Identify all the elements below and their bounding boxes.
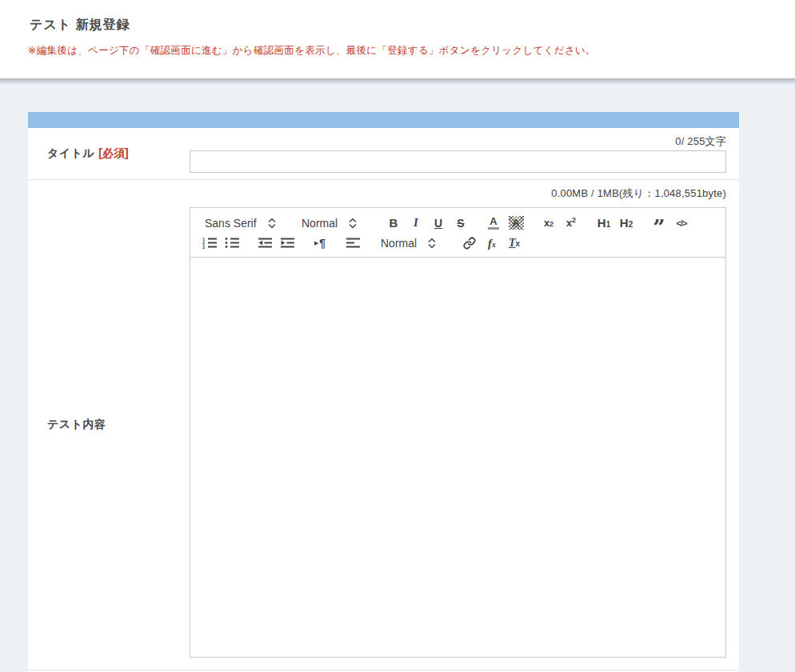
- blockquote-button[interactable]: ”: [648, 214, 670, 233]
- link-button[interactable]: [458, 234, 481, 253]
- title-input-cell: 0/ 255文字: [190, 128, 739, 179]
- content-size-counter: 0.00MB / 1MB(残り：1,048,551byte): [190, 186, 726, 201]
- edit-instruction-note: ※編集後は、ページ下の「確認画面に進む」から確認画面を表示し、最後に「登録する」…: [28, 44, 596, 58]
- code-block-icon: </>: [677, 218, 687, 228]
- font-group: Sans Serif: [198, 214, 285, 233]
- underline-icon: U: [434, 217, 442, 230]
- header2-icon: H2: [620, 217, 633, 229]
- font-family-picker[interactable]: Sans Serif: [198, 214, 285, 233]
- formula-icon: fx: [488, 238, 496, 249]
- text-direction-icon: ▶¶: [314, 237, 326, 250]
- header1-icon: H1: [597, 217, 610, 229]
- header-group: Normal: [295, 214, 372, 233]
- color-group: A A: [482, 214, 527, 233]
- subscript-icon: x2: [544, 218, 553, 228]
- indent-button[interactable]: [276, 234, 298, 253]
- formula-button[interactable]: fx: [481, 234, 503, 253]
- underline-button[interactable]: U: [427, 214, 449, 233]
- required-badge: [必須]: [98, 146, 128, 161]
- heading-group: H1 H2: [593, 214, 637, 233]
- line-height-picker-value: Normal: [381, 237, 417, 250]
- strikethrough-icon: S: [457, 217, 464, 230]
- direction-group: ▶¶: [309, 234, 331, 253]
- text-direction-button[interactable]: ▶¶: [309, 234, 331, 253]
- blockquote-icon: ”: [653, 215, 665, 231]
- font-family-picker-value: Sans Serif: [205, 217, 257, 230]
- lineheight-group: Normal: [374, 234, 448, 253]
- form-row-title: タイトル [必須] 0/ 255文字: [28, 128, 739, 180]
- bold-button[interactable]: B: [382, 214, 405, 233]
- toolbar-row-1: Sans Serif Normal: [198, 213, 719, 233]
- updown-chevron-icon: [428, 238, 436, 249]
- content-editor-cell: 0.00MB / 1MB(残り：1,048,551byte) Sans Seri…: [190, 180, 739, 670]
- rich-text-editor: Sans Serif Normal: [190, 207, 726, 658]
- superscript-button[interactable]: x2: [560, 214, 582, 233]
- insert-group: fx Tx: [458, 234, 525, 253]
- indent-group: [254, 234, 298, 253]
- italic-button[interactable]: I: [405, 214, 427, 233]
- indent-icon: [280, 237, 295, 249]
- block-group: ” </>: [648, 214, 693, 233]
- page-title: テスト 新規登録: [30, 17, 130, 34]
- list-group: 1 2 3: [198, 234, 243, 253]
- strikethrough-button[interactable]: S: [449, 214, 472, 233]
- content-label-cell: テスト内容: [28, 180, 190, 670]
- superscript-icon: x2: [566, 218, 576, 228]
- updown-chevron-icon: [268, 218, 276, 229]
- subscript-button[interactable]: x2: [537, 214, 560, 233]
- header-format-picker[interactable]: Normal: [295, 214, 372, 233]
- align-left-icon: [346, 237, 361, 249]
- title-input[interactable]: [190, 150, 726, 173]
- editor-toolbar: Sans Serif Normal: [190, 208, 725, 258]
- bullet-list-icon: [225, 237, 240, 249]
- header2-button[interactable]: H2: [615, 214, 637, 233]
- background-color-icon: A: [509, 216, 524, 230]
- page-header: テスト 新規登録 ※編集後は、ページ下の「確認画面に進む」から確認画面を表示し、…: [0, 0, 795, 78]
- form-panel: タイトル [必須] 0/ 255文字 テスト内容 0.00MB / 1MB(残り…: [28, 112, 739, 672]
- outdent-button[interactable]: [254, 234, 276, 253]
- outdent-icon: [258, 237, 273, 249]
- title-label-cell: タイトル [必須]: [28, 128, 190, 179]
- inline-style-group: B I U S: [382, 214, 472, 233]
- clear-format-icon: Tx: [509, 238, 520, 248]
- italic-icon: I: [413, 216, 418, 230]
- bold-icon: B: [390, 216, 398, 230]
- ordered-list-icon: 1 2 3: [202, 237, 218, 249]
- align-picker-button[interactable]: [342, 234, 364, 253]
- editor-content-area[interactable]: [190, 258, 725, 657]
- svg-text:3: 3: [202, 245, 205, 249]
- title-label: タイトル: [47, 146, 94, 161]
- text-color-icon: A: [488, 216, 499, 230]
- line-height-picker[interactable]: Normal: [374, 234, 448, 253]
- toolbar-row-2: 1 2 3: [198, 233, 719, 253]
- panel-accent-bar: [28, 112, 739, 128]
- header-format-picker-value: Normal: [302, 217, 338, 230]
- ordered-list-button[interactable]: 1 2 3: [198, 234, 221, 253]
- text-color-button[interactable]: A: [482, 214, 505, 233]
- content-label: テスト内容: [47, 418, 106, 432]
- bullet-list-button[interactable]: [221, 234, 243, 253]
- link-icon: [463, 237, 476, 250]
- updown-chevron-icon: [349, 218, 357, 229]
- title-char-counter: 0/ 255文字: [190, 134, 726, 149]
- script-group: x2 x2: [537, 214, 582, 233]
- header1-button[interactable]: H1: [593, 214, 615, 233]
- code-block-button[interactable]: </>: [670, 214, 693, 233]
- form-row-content: テスト内容 0.00MB / 1MB(残り：1,048,551byte) San…: [28, 180, 739, 670]
- background-color-button[interactable]: A: [505, 214, 527, 233]
- clear-format-button[interactable]: Tx: [503, 234, 525, 253]
- align-group: [342, 234, 364, 253]
